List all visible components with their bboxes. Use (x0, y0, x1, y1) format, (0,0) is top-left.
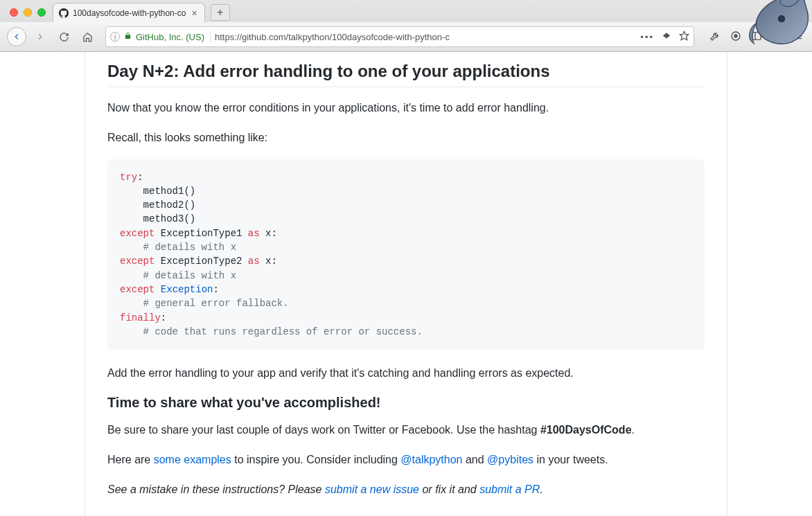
link-talkpython[interactable]: @talkpython (400, 454, 462, 465)
developer-tools-icon[interactable] (708, 30, 722, 44)
window-zoom-button[interactable] (37, 8, 46, 17)
browser-tab[interactable]: 100daysofcode-with-python-co × (53, 3, 205, 22)
toolbar-right (703, 30, 805, 44)
paragraph-share: Be sure to share your last couple of day… (107, 422, 705, 439)
home-button[interactable] (78, 27, 97, 46)
browser-toolbar: i GitHub, Inc. (US) https://github.com/t… (0, 22, 812, 51)
paragraph-verify: Add the error handling to your app and v… (107, 365, 705, 382)
address-bar[interactable]: i GitHub, Inc. (US) https://github.com/t… (105, 26, 694, 47)
text: See a mistake in these instructions? Ple… (107, 483, 325, 495)
bookmark-star-icon[interactable] (679, 30, 689, 43)
code-line: method2() (120, 199, 195, 211)
tab-close-button[interactable]: × (190, 8, 198, 19)
code-kw-except: except (120, 228, 155, 239)
paragraph-mistake: See a mistake in these instructions? Ple… (107, 481, 705, 499)
url-actions: ••• (640, 30, 689, 43)
identity-org: GitHub, Inc. (US) (136, 32, 204, 42)
github-favicon-icon (59, 8, 69, 18)
code-comment: # details with x (120, 242, 236, 253)
tab-strip: 100daysofcode-with-python-co × + (0, 0, 812, 22)
tab-title: 100daysofcode-with-python-co (73, 8, 186, 18)
text: . (540, 483, 542, 495)
forward-button[interactable] (30, 27, 50, 46)
text: or fix it and (419, 483, 479, 495)
site-identity[interactable]: GitHub, Inc. (US) (124, 31, 211, 42)
url-text: https://github.com/talkpython/100daysofc… (215, 32, 450, 42)
paragraph-recall: Recall, this looks something like: (107, 130, 705, 147)
window-controls (6, 8, 53, 22)
code-kw-as: as (248, 256, 260, 267)
page-viewport[interactable]: Day N+2: Add error handling to one of yo… (0, 52, 812, 516)
code-var: x: (260, 228, 277, 239)
readme-container: Day N+2: Add error handling to one of yo… (85, 52, 727, 516)
text: Be sure to share your last couple of day… (107, 424, 540, 436)
code-kw-as: as (248, 228, 260, 239)
back-button[interactable] (7, 27, 26, 46)
code-type: ExceptionType2 (155, 256, 247, 267)
reload-button[interactable] (54, 27, 73, 46)
sub-heading-share: Time to share what you've accomplished! (107, 395, 705, 411)
svg-marker-0 (680, 31, 689, 40)
svg-rect-3 (752, 32, 761, 39)
reader-mode-icon[interactable] (661, 31, 672, 43)
text: . (632, 424, 635, 436)
window-close-button[interactable] (10, 8, 18, 17)
code-comment: # details with x (120, 270, 236, 281)
info-icon[interactable]: i (110, 32, 120, 42)
text: in your tweets. (533, 454, 608, 465)
text: to inspire you. Consider including (231, 454, 401, 465)
sidebar-icon[interactable] (750, 30, 764, 44)
text: and (463, 454, 488, 465)
code-type: ExceptionType1 (155, 228, 247, 239)
code-kw-try: try (120, 172, 137, 183)
svg-point-2 (734, 35, 737, 37)
overflow-icon[interactable] (770, 31, 784, 43)
code-comment: # general error fallback. (120, 298, 289, 309)
link-submit-pr[interactable]: submit a PR (479, 483, 540, 495)
code-block: try: method1() method2() method3() excep… (107, 159, 705, 350)
page-actions-icon[interactable]: ••• (640, 32, 654, 42)
new-tab-button[interactable]: + (211, 4, 230, 21)
link-some-examples[interactable]: some examples (154, 454, 231, 465)
link-submit-issue[interactable]: submit a new issue (325, 483, 419, 495)
code-kw-except: except (120, 256, 155, 267)
code-var: x: (260, 256, 277, 267)
section-heading: Day N+2: Add error handling to one of yo… (107, 62, 705, 87)
code-kw-finally: finally (120, 312, 161, 323)
menu-hamburger-icon[interactable] (791, 31, 805, 43)
code-line: method1() (120, 186, 195, 197)
paragraph-examples: Here are some examples to inspire you. C… (107, 452, 705, 469)
extension-icon[interactable] (729, 30, 743, 44)
code-kw-except: except (120, 284, 155, 295)
window-minimize-button[interactable] (24, 8, 32, 17)
browser-chrome: 100daysofcode-with-python-co × + i GitHu… (0, 0, 812, 52)
hashtag: #100DaysOfCode (540, 424, 632, 436)
paragraph-intro: Now that you know the error conditions i… (107, 100, 705, 117)
lock-icon (124, 31, 132, 42)
code-comment: # code that runs regardless of error or … (120, 326, 423, 337)
code-line: method3() (120, 213, 195, 224)
code-class: Exception (155, 284, 213, 295)
link-pybites[interactable]: @pybites (487, 454, 533, 465)
text: Here are (107, 454, 154, 465)
